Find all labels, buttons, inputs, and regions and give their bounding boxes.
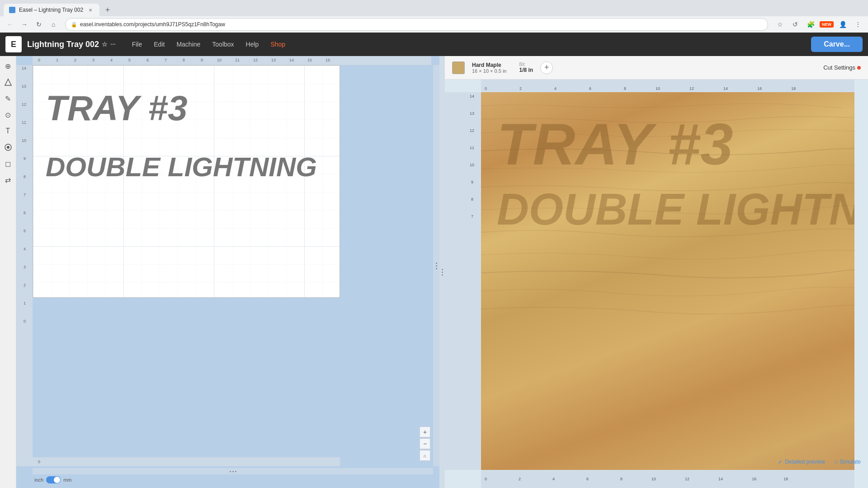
ruler-v-3: 3 xyxy=(24,265,40,269)
ruler-label-13: 13 xyxy=(271,58,276,62)
menu-shop[interactable]: Shop xyxy=(265,38,291,51)
preview-br-10: 10 xyxy=(651,477,656,481)
ruler-label-8: 8 xyxy=(183,58,185,62)
preview-text-line1: TRAY #3 xyxy=(497,115,733,174)
bottom-ruler-label: 0 xyxy=(38,460,40,464)
menu-toolbox[interactable]: Toolbox xyxy=(207,38,239,51)
project-title: Lightning Tray 002 xyxy=(27,40,99,49)
preview-canvas: 0 2 4 6 8 10 12 14 16 18 14 13 12 11 10 … xyxy=(445,80,868,488)
tab-close-icon[interactable]: ✕ xyxy=(87,6,94,14)
drag-dot-h3 xyxy=(235,471,236,472)
preview-toolbar: Hard Maple 16 × 10 × 0.5 in Bit: 1/8 in … xyxy=(445,56,868,80)
menu-file[interactable]: File xyxy=(127,38,148,51)
svg-marker-0 xyxy=(5,79,11,85)
ruler-label-5: 5 xyxy=(128,58,131,62)
bottom-drag-handle[interactable] xyxy=(33,468,433,474)
ruler-label-11: 11 xyxy=(235,58,240,62)
browser-forward-button[interactable]: → xyxy=(18,18,31,31)
drag-dot-h1 xyxy=(230,471,231,472)
pen-tool-icon[interactable]: ✎ xyxy=(2,92,14,105)
browser-toolbar: ← → ↻ ⌂ 🔒 easel.inventables.com/projects… xyxy=(0,16,868,33)
zoom-reset-button[interactable]: ⌂ xyxy=(420,450,430,461)
zoom-in-button[interactable]: + xyxy=(420,427,430,437)
ruler-v-5: 5 xyxy=(24,229,40,233)
ruler-label-0: 0 xyxy=(38,58,40,62)
refresh-icon[interactable]: ↺ xyxy=(789,18,802,31)
ruler-label-7: 7 xyxy=(165,58,167,62)
preview-ruler-v-11: 11 xyxy=(470,145,481,150)
cut-settings-button[interactable]: Cut Settings xyxy=(823,64,861,71)
box-tool-icon[interactable]: ◻ xyxy=(2,157,14,170)
canvas-text-line1[interactable]: TRAY #3 xyxy=(46,90,188,126)
menu-edit[interactable]: Edit xyxy=(148,38,170,51)
app-logo: E xyxy=(5,36,22,52)
menu-help[interactable]: Help xyxy=(241,38,264,51)
zoom-controls: + − ⌂ xyxy=(420,427,430,461)
tab-title: Easel – Lightning Tray 002 xyxy=(19,7,83,13)
circle-tool-icon[interactable]: ⊙ xyxy=(2,108,14,121)
design-canvas[interactable]: TRAY #3 DOUBLE LIGHTNING xyxy=(33,65,340,298)
preview-br-4: 4 xyxy=(552,477,555,481)
bookmark-icon[interactable]: ☆ xyxy=(774,18,786,31)
browser-home-button[interactable]: ⌂ xyxy=(47,18,60,31)
bit-label: Bit: xyxy=(519,62,533,67)
panel-divider[interactable] xyxy=(439,56,445,488)
new-tab-button[interactable]: + xyxy=(101,4,114,16)
new-badge: NEW xyxy=(820,21,834,28)
browser-chrome: Easel – Lightning Tray 002 ✕ + ← → ↻ ⌂ 🔒… xyxy=(0,0,868,33)
ruler-label-16: 16 xyxy=(326,58,330,62)
carve-button[interactable]: Carve... xyxy=(811,37,863,52)
browser-menu-icon[interactable]: ⋮ xyxy=(852,18,864,31)
material-dims: 16 × 10 × 0.5 in xyxy=(472,68,506,74)
canvas-text-line2[interactable]: DOUBLE LIGHTNING xyxy=(46,154,317,181)
zoom-out-button[interactable]: − xyxy=(420,438,430,449)
ruler-v-6: 6 xyxy=(24,211,40,215)
browser-right-icons: ☆ ↺ 🧩 NEW 👤 ⋮ xyxy=(774,18,864,31)
app-menu: File Edit Machine Toolbox Help Shop xyxy=(127,38,291,51)
preview-br-16: 16 xyxy=(752,477,756,481)
tab-favicon xyxy=(9,7,15,13)
detailed-preview-button[interactable]: ✓ Detailed preview xyxy=(778,458,825,465)
preview-ruler-h: 0 2 4 6 8 10 12 14 16 18 xyxy=(481,80,854,92)
share-icon[interactable]: ··· xyxy=(110,41,116,48)
material-info: Hard Maple 16 × 10 × 0.5 in xyxy=(472,62,506,74)
preview-ruler-v-9: 9 xyxy=(471,180,481,184)
address-text: easel.inventables.com/projects/umh9J71PS… xyxy=(80,21,225,28)
divider-dots xyxy=(442,269,443,276)
preview-ruler-v-7: 7 xyxy=(471,214,481,219)
browser-reload-button[interactable]: ↻ xyxy=(33,18,45,31)
ruler-label-14: 14 xyxy=(289,58,294,62)
preview-ruler-v: 14 13 12 11 10 9 8 7 xyxy=(445,92,481,470)
import-tool-icon[interactable]: ⇄ xyxy=(2,174,14,186)
profile-icon[interactable]: 👤 xyxy=(836,18,849,31)
preview-ruler-v-14: 14 xyxy=(470,94,481,99)
material-name: Hard Maple xyxy=(472,62,506,68)
browser-back-button[interactable]: ← xyxy=(4,18,16,31)
menu-machine[interactable]: Machine xyxy=(171,38,206,51)
unit-toggle[interactable]: inch mm xyxy=(34,476,72,483)
simulate-button[interactable]: ○ Simulate xyxy=(834,458,861,465)
browser-tab-active[interactable]: Easel – Lightning Tray 002 ✕ xyxy=(4,4,99,16)
add-material-button[interactable]: + xyxy=(540,61,553,74)
ruler-v-12: 12 xyxy=(22,102,38,107)
browser-address-bar[interactable]: 🔒 easel.inventables.com/projects/umh9J71… xyxy=(65,18,768,31)
unit-mm-label: mm xyxy=(63,477,71,483)
select-tool-icon[interactable]: ⊕ xyxy=(2,60,14,72)
favorite-star-icon[interactable]: ☆ xyxy=(102,41,108,48)
preview-ruler-v-8: 8 xyxy=(471,197,481,202)
ruler-label-6: 6 xyxy=(146,58,149,62)
ruler-v-0: 0 xyxy=(24,319,40,324)
shapes-tool-icon[interactable] xyxy=(2,76,14,89)
extensions-icon[interactable]: 🧩 xyxy=(804,18,817,31)
text-tool-icon[interactable]: T xyxy=(2,125,14,137)
unit-toggle-switch[interactable] xyxy=(46,476,61,483)
image-tool-icon[interactable] xyxy=(2,141,14,154)
ruler-v-1: 1 xyxy=(24,301,40,305)
preview-br-18: 18 xyxy=(783,477,788,481)
canvas-area[interactable]: 0 1 2 3 4 5 6 7 8 9 10 11 12 13 14 15 16… xyxy=(16,56,439,488)
preview-br-2: 2 xyxy=(519,477,521,481)
right-drag-handle[interactable] xyxy=(433,65,439,466)
preview-ruler-h-8: 8 xyxy=(624,86,626,91)
bit-info: Bit: 1/8 in xyxy=(519,62,533,73)
detailed-preview-label: Detailed preview xyxy=(785,459,825,465)
